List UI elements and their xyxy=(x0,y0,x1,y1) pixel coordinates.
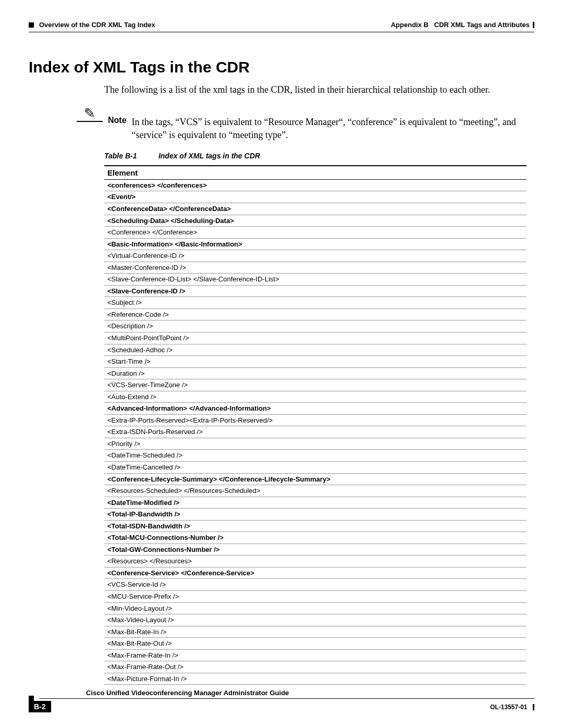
table-row: <Conference> </Conference> xyxy=(104,227,527,239)
table-row: <Advanced-Information> </Advanced-Inform… xyxy=(104,403,527,415)
note-underline xyxy=(77,121,103,122)
table-row: <Basic-Information> </Basic-Information> xyxy=(104,238,527,250)
page-header: Overview of the CDR XML Tag Index Append… xyxy=(29,21,534,29)
header-bar-icon xyxy=(533,22,534,28)
table-row: <Min-Video-Layout /> xyxy=(104,602,527,614)
footer-bar-icon xyxy=(533,704,534,710)
table-row: <Auto-Extend /> xyxy=(104,391,527,403)
header-square-icon xyxy=(29,22,34,28)
table-row: <Start-Time /> xyxy=(104,356,527,368)
table-row: <VCS-Server-TimeZone /> xyxy=(104,379,527,391)
table-row: <Max-Frame-Rate-In /> xyxy=(104,649,527,661)
intro-paragraph: The following is a list of the xml tags … xyxy=(104,83,534,96)
table-row: <DateTime-Scheduled /> xyxy=(104,450,527,462)
header-left-text: Overview of the CDR XML Tag Index xyxy=(39,21,155,29)
note-text: In the tags, “VCS” is equivalent to “Res… xyxy=(132,116,534,141)
page-footer: Cisco Unified Videoconferencing Manager … xyxy=(29,688,534,712)
table-row: <Total-IP-Bandwidth /> xyxy=(104,509,527,521)
table-row: <Extra-IP-Ports-Reserved><Extra-IP-Ports… xyxy=(104,414,527,426)
table-row: <Total-GW-Connections-Number /> xyxy=(104,544,527,556)
table-row: <MCU-Service-Prefix /> xyxy=(104,591,527,603)
table-row: <Extra-ISDN-Ports-Reserved /> xyxy=(104,426,527,438)
table-row: <Priority /> xyxy=(104,438,527,450)
table-row: <Total-MCU-Connections-Number /> xyxy=(104,532,527,544)
table-row: <Description /> xyxy=(104,320,527,332)
xml-tag-table: Element <conferences> </conferences><Eve… xyxy=(104,165,527,685)
footer-guide-title: Cisco Unified Videoconferencing Manager … xyxy=(86,689,289,697)
pencil-icon: ✎ xyxy=(77,106,103,120)
table-row: <DateTime-Cancelled /> xyxy=(104,462,527,474)
page-number: B-2 xyxy=(29,701,51,712)
footer-square-icon xyxy=(29,696,34,701)
table-row: <Max-Bit-Rate-In /> xyxy=(104,626,527,638)
table-row: <Max-Picture-Format-In /> xyxy=(104,673,527,685)
table-header: Element xyxy=(104,166,527,180)
table-row: <Total-ISDN-Bandwidth /> xyxy=(104,520,527,532)
table-row: <Conference-Lifecycle-Summary> </Confere… xyxy=(104,473,527,485)
table-row: <MultiPoint-PointToPoint /> xyxy=(104,332,527,344)
page-title: Index of XML Tags in the CDR xyxy=(29,58,534,76)
table-row: <Conference-Service> </Conference-Servic… xyxy=(104,567,527,579)
table-row: <ConferenceData> </ConferenceData> xyxy=(104,203,527,215)
table-id: Table B-1 xyxy=(104,152,156,160)
table-row: <Max-Video-Layout /> xyxy=(104,614,527,626)
header-rule xyxy=(29,32,534,32)
table-row: <DateTime-Modified /> xyxy=(104,497,527,509)
table-row: <Virtual-Conference-ID /> xyxy=(104,250,527,262)
table-row: <Duration /> xyxy=(104,367,527,379)
header-right-title: CDR XML Tags and Attributes xyxy=(434,21,530,29)
table-row: <Resources> </Resources> xyxy=(104,556,527,567)
table-row: <conferences> </conferences> xyxy=(104,179,527,191)
note-label: Note xyxy=(108,116,127,125)
table-row: <Max-Frame-Rate-Out /> xyxy=(104,661,527,673)
table-row: <VCS-Service-Id /> xyxy=(104,579,527,591)
table-row: <Slave-Conference-ID-List> </Slave-Confe… xyxy=(104,274,527,286)
header-appendix: Appendix B xyxy=(391,21,429,29)
table-caption-text: Index of XML tags in the CDR xyxy=(158,152,260,160)
table-row: <Event/> xyxy=(104,191,527,203)
table-row: <Scheduling-Data> </Scheduling-Data> xyxy=(104,215,527,227)
table-row: <Resources-Scheduled> </Resources-Schedu… xyxy=(104,485,527,497)
table-row: <Master-Conference-ID /> xyxy=(104,262,527,274)
table-row: <Subject /> xyxy=(104,297,527,309)
doc-id: OL-13557-01 xyxy=(490,704,527,711)
table-row: <Slave-Conference-ID /> xyxy=(104,285,527,297)
note-block: ✎ Note In the tags, “VCS” is equivalent … xyxy=(29,106,534,141)
table-row: <Reference-Code /> xyxy=(104,309,527,320)
table-row: <Scheduled-Adhoc /> xyxy=(104,344,527,356)
table-row: <Max-Bit-Rate-Out /> xyxy=(104,638,527,650)
table-caption: Table B-1 Index of XML tags in the CDR xyxy=(104,152,534,160)
